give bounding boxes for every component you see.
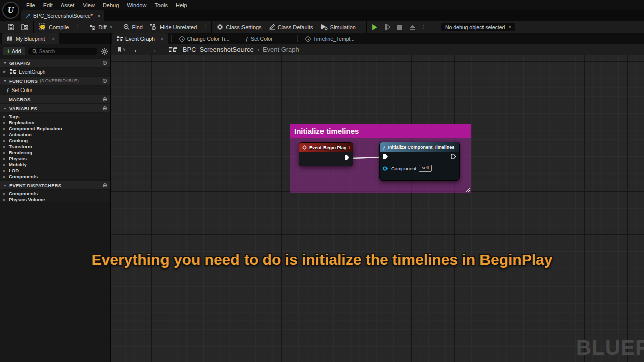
class-settings-button[interactable]: Class Settings	[213, 21, 265, 33]
asset-tab-close-icon[interactable]: ×	[97, 13, 100, 19]
comment-header[interactable]: Initialize timelines	[290, 124, 471, 138]
variable-category-components[interactable]: ▶Components	[0, 173, 110, 179]
variable-label: LOD	[9, 168, 19, 173]
variable-category-physics[interactable]: ▶Physics	[0, 155, 110, 161]
variable-category-rendering[interactable]: ▶Rendering	[0, 149, 110, 155]
variable-category-tags[interactable]: ▶Tags	[0, 113, 110, 119]
variable-category-activation[interactable]: ▶Activation	[0, 131, 110, 137]
tab-event-graph[interactable]: Event Graph ×	[112, 33, 168, 44]
search-icon	[32, 49, 37, 54]
menu-file[interactable]: File	[22, 0, 39, 10]
panel-close-icon[interactable]: ×	[52, 36, 55, 42]
event-dispatchers-section-header[interactable]: ▼ EVENT DISPATCHERS ⊕	[0, 181, 110, 189]
compile-button[interactable]: ? Compile	[35, 21, 72, 33]
pencil-icon	[269, 24, 275, 30]
variable-category-mobility[interactable]: ▶Mobility	[0, 161, 110, 167]
tab-change-color-timeline[interactable]: Change Color Ti...	[175, 33, 234, 44]
save-button[interactable]	[4, 21, 18, 33]
menu-debug[interactable]: Debug	[99, 0, 123, 10]
variable-label: Physics	[9, 156, 27, 161]
component-pin-icon[interactable]	[383, 166, 389, 171]
component-pin-value-field[interactable]: self	[419, 165, 432, 172]
search-box[interactable]	[28, 48, 97, 55]
dispatcher-label: Physics Volume	[9, 197, 45, 202]
graph-icon	[166, 47, 180, 53]
my-blueprint-tab[interactable]: My Blueprint ×	[2, 33, 59, 44]
node-initialize-component-timelines[interactable]: ƒ Initialize Component Timelines Compone…	[379, 142, 460, 181]
bookmark-icon	[117, 47, 122, 53]
exec-output-pin[interactable]	[451, 154, 456, 159]
bookmarks-button[interactable]: ∨	[114, 47, 129, 53]
variable-category-replication[interactable]: ▶Replication	[0, 119, 110, 125]
menu-edit[interactable]: Edit	[39, 0, 57, 10]
tab-timeline-template[interactable]: Timeline_Templ...	[301, 33, 359, 44]
diff-button[interactable]: Diff ∨	[86, 21, 116, 33]
expand-arrow-icon: ▶	[3, 157, 6, 160]
hide-unrelated-button[interactable]: Hide Unrelated	[146, 21, 200, 33]
add-macro-icon[interactable]: ⊕	[102, 96, 107, 103]
class-defaults-button[interactable]: Class Defaults	[265, 21, 317, 33]
variable-category-cooking[interactable]: ▶Cooking	[0, 137, 110, 143]
asset-tab[interactable]: BPC_ScreenshotSource* ×	[21, 10, 104, 21]
tab-set-color[interactable]: ƒ Set Color	[240, 33, 277, 44]
add-function-icon[interactable]: ⊕	[102, 77, 107, 84]
graphs-section-header[interactable]: ▼ GRAPHS ⊕	[0, 59, 110, 67]
tree-item-eventgraph[interactable]: ▶ EventGraph	[0, 68, 110, 76]
comment-resize-handle[interactable]	[466, 187, 471, 192]
expand-arrow-icon: ▶	[3, 192, 6, 195]
variable-label: Cooking	[9, 138, 28, 143]
event-graph-canvas[interactable]: Initialize timelines Event Begin Play	[111, 55, 644, 362]
class-defaults-label: Class Defaults	[278, 24, 313, 30]
simulation-button[interactable]: Simulation	[317, 21, 359, 33]
graph-document-tabs: Event Graph × Change Color Ti... ƒ Set C…	[111, 33, 644, 44]
compile-label: Compile	[49, 24, 69, 30]
menu-window[interactable]: Window	[123, 0, 150, 10]
variable-category-transform[interactable]: ▶Transform	[0, 143, 110, 149]
dispatcher-physics-volume[interactable]: ▶Physics Volume	[0, 196, 110, 202]
navigate-back-arrow-icon[interactable]: ←	[129, 45, 145, 54]
add-button[interactable]: + Add	[3, 47, 25, 55]
variable-label: Transform	[9, 144, 32, 149]
panel-settings-gear-icon[interactable]	[101, 48, 108, 55]
add-variable-icon[interactable]: ⊕	[102, 105, 107, 112]
variables-section-header[interactable]: ▼ VARIABLES ⊕	[0, 104, 110, 112]
find-button[interactable]: Find	[120, 21, 146, 33]
compile-options-kebab-icon[interactable]: ⋮	[72, 24, 82, 30]
asset-tab-row: BPC_ScreenshotSource* ×	[0, 10, 644, 21]
add-event-dispatcher-icon[interactable]: ⊕	[102, 182, 107, 189]
menu-view[interactable]: View	[78, 0, 99, 10]
exec-input-pin[interactable]	[383, 154, 388, 159]
tree-item-set-color[interactable]: ƒ Set Color	[0, 86, 110, 94]
stop-button[interactable]	[394, 24, 406, 30]
browse-button[interactable]	[18, 21, 32, 33]
subtitle-caption: Everything you need to do is initialize …	[0, 251, 644, 268]
exec-wire	[111, 55, 644, 362]
variable-category-component-replication[interactable]: ▶Component Replication	[0, 125, 110, 131]
functions-section-header[interactable]: ▼ FUNCTIONS (3 OVERRIDABLE) ⊕	[0, 77, 110, 85]
eject-button[interactable]	[406, 24, 419, 30]
play-button[interactable]	[368, 24, 381, 31]
macros-section-header[interactable]: MACROS ⊕	[0, 95, 110, 103]
menu-tools[interactable]: Tools	[150, 0, 172, 10]
comment-title: Initialize timelines	[294, 127, 359, 135]
breadcrumb-root[interactable]: BPC_ScreenshotSource	[183, 46, 254, 53]
add-graph-icon[interactable]: ⊕	[102, 59, 107, 66]
node-event-begin-play[interactable]: Event Begin Play	[299, 142, 353, 166]
menu-asset[interactable]: Asset	[57, 0, 79, 10]
search-input[interactable]	[39, 49, 93, 54]
breadcrumb: BPC_ScreenshotSource › Event Graph	[180, 46, 302, 53]
play-options-kebab-icon[interactable]: ⋮	[419, 24, 428, 30]
tab-close-icon[interactable]: ×	[160, 36, 164, 42]
exec-output-pin[interactable]	[344, 155, 350, 160]
folder-search-icon	[21, 24, 28, 30]
dispatcher-components[interactable]: ▶Components	[0, 190, 110, 196]
expand-arrow-icon: ▶	[3, 127, 6, 130]
menu-help[interactable]: Help	[172, 0, 191, 10]
variable-category-lod[interactable]: ▶LOD	[0, 167, 110, 173]
main-toolbar: ? Compile ⋮ Diff ∨ Find Hide Unrelated ⋮…	[0, 21, 644, 33]
navigate-forward-arrow-icon[interactable]: →	[145, 45, 162, 54]
debug-object-dropdown[interactable]: No debug object selected ∨	[441, 23, 515, 31]
hide-unrelated-options-kebab-icon[interactable]: ⋮	[200, 24, 210, 30]
expand-arrow-icon: ▶	[3, 163, 6, 166]
frame-skip-button[interactable]	[381, 24, 394, 30]
